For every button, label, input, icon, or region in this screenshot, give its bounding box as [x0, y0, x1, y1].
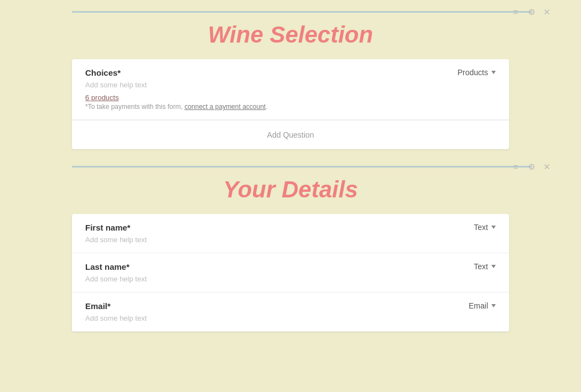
products-count[interactable]: 6 products	[85, 93, 496, 102]
email-type-selector[interactable]: Email	[469, 301, 496, 310]
firstname-label: First name*	[85, 223, 131, 232]
field-wrapper-firstname: First name* Text Add some help text ≡ ⧉ …	[72, 214, 509, 253]
choices-type-selector[interactable]: Products	[458, 68, 496, 77]
choices-help[interactable]: Add some help text	[85, 81, 496, 89]
section-gear-icon-wine[interactable]: ⚙	[526, 7, 537, 18]
lastname-type-chevron-icon	[491, 265, 496, 268]
choices-label: Choices*	[85, 68, 121, 77]
firstname-help[interactable]: Add some help text	[85, 236, 496, 244]
choices-type-chevron-icon	[491, 71, 496, 74]
field-lastname: Last name* Text Add some help text	[72, 253, 509, 292]
field-firstname: First name* Text Add some help text	[72, 214, 509, 253]
payment-notice: *To take payments with this form, connec…	[85, 103, 496, 111]
add-question-button[interactable]: Add Question	[261, 128, 321, 142]
lastname-type-selector[interactable]: Text	[474, 262, 496, 271]
lastname-help[interactable]: Add some help text	[85, 275, 496, 283]
section-title-details: Your Details	[0, 168, 581, 214]
section-title-wine: Wine Selection	[0, 13, 581, 59]
email-type-value: Email	[469, 301, 488, 310]
field-email: Email* Email Add some help text	[72, 292, 509, 332]
section-divider-details	[72, 166, 531, 168]
section-close-icon-details[interactable]: ✕	[541, 161, 552, 173]
field-row-email: Email* Email	[85, 301, 496, 311]
section-divider-wine	[72, 11, 531, 13]
field-wrapper-choices: Choices* Products Add some help text 6 p…	[72, 59, 509, 120]
field-row-lastname: Last name* Text	[85, 262, 496, 271]
card-details: First name* Text Add some help text ≡ ⧉ …	[72, 214, 509, 332]
payment-account-link[interactable]: connect a payment account	[184, 103, 266, 111]
section-your-details: ≡ ⚙ ✕ Your Details First name* Text	[0, 166, 581, 332]
payment-notice-prefix: *To take payments with this form,	[85, 103, 184, 111]
firstname-type-selector[interactable]: Text	[474, 223, 496, 232]
section-close-icon-wine[interactable]: ✕	[541, 7, 552, 18]
page-wrapper: ≡ ⚙ ✕ Wine Selection Choices* Products	[0, 0, 581, 348]
field-row-firstname: First name* Text	[85, 223, 496, 232]
products-info: 6 products *To take payments with this f…	[85, 93, 496, 111]
section-gear-icon-details[interactable]: ⚙	[526, 161, 537, 173]
email-type-chevron-icon	[491, 304, 496, 307]
field-wrapper-lastname: Last name* Text Add some help text ≡ ⧉ ⚙…	[72, 253, 509, 292]
add-question-row: Add Question	[72, 120, 509, 149]
section-top-wine: ≡ ⚙ ✕	[0, 11, 581, 13]
section-hamburger-icon-details[interactable]: ≡	[510, 161, 521, 173]
section-top-icons-details: ≡ ⚙ ✕	[510, 161, 552, 173]
email-help[interactable]: Add some help text	[85, 314, 496, 322]
email-label: Email*	[85, 301, 111, 311]
payment-notice-suffix: .	[266, 103, 267, 111]
field-wrapper-email: Email* Email Add some help text ≡ ⧉ ⚙ ✕	[72, 292, 509, 332]
section-hamburger-icon-wine[interactable]: ≡	[510, 7, 521, 18]
choices-type-value: Products	[458, 68, 488, 77]
section-wine-selection: ≡ ⚙ ✕ Wine Selection Choices* Products	[0, 11, 581, 149]
card-wine: Choices* Products Add some help text 6 p…	[72, 59, 509, 149]
section-top-details: ≡ ⚙ ✕	[0, 166, 581, 168]
lastname-type-value: Text	[474, 262, 488, 271]
lastname-label: Last name*	[85, 262, 129, 271]
firstname-type-chevron-icon	[491, 226, 496, 229]
section-top-icons-wine: ≡ ⚙ ✕	[510, 7, 552, 18]
firstname-type-value: Text	[474, 223, 488, 232]
field-choices: Choices* Products Add some help text 6 p…	[72, 59, 509, 120]
field-row-choices: Choices* Products	[85, 68, 496, 77]
